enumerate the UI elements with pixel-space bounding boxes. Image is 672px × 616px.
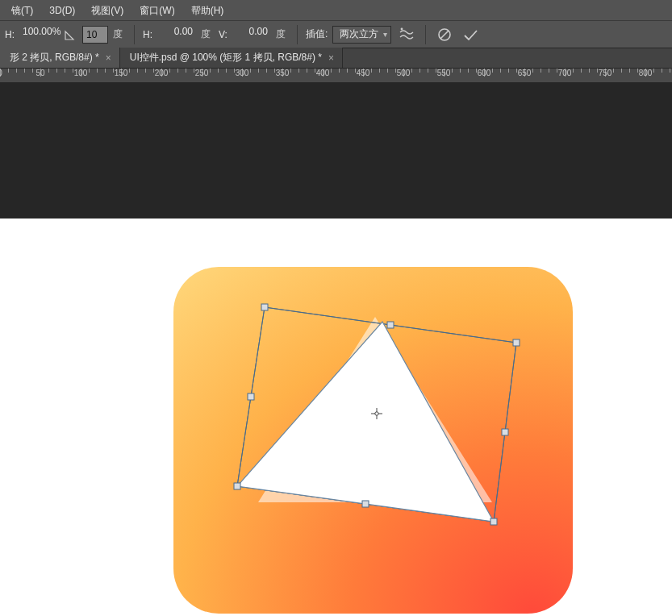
ruler-tick [653,69,654,73]
ruler-tick [468,69,469,73]
ruler-tick-label: 500 [397,69,411,77]
skew-v-label: V: [219,29,227,40]
ruler-tick [56,69,57,73]
ruler-tick [428,69,428,73]
ruler-tick [379,69,380,73]
ruler-tick [662,69,662,73]
ruler-tick [258,69,259,73]
separator [425,25,426,44]
close-icon[interactable]: × [106,52,111,64]
ruler-tick [492,69,493,73]
ruler-tick [307,69,307,73]
skew-h-label: H: [143,29,152,40]
ruler-tick [670,69,670,73]
ruler-tick [210,69,211,73]
ruler-tick-label: 800 [639,69,653,77]
ruler-tick [105,69,106,73]
canvas-stage [0,83,672,616]
chevron-down-icon: ▾ [383,30,387,39]
ruler-tick [419,69,420,73]
interp-label: 插值: [306,27,328,41]
rotate-unit: 度 [113,27,126,41]
ruler-tick [371,69,372,73]
ruler-tick [290,69,291,73]
ruler-tick-label: 200 [155,69,169,77]
ruler-tick [331,69,332,73]
ruler-tick [541,69,541,73]
ruler-tick [573,69,574,73]
ruler-tick [266,69,267,73]
ruler-tick [137,69,138,73]
ruler-tick [65,69,65,73]
ruler-tick [387,69,388,73]
ruler-tick [145,69,146,73]
ruler-tick-label: 300 [236,69,249,77]
ruler-tick [226,69,227,73]
skew-v-value[interactable]: 0.00 [232,26,271,44]
ruler-tick-label: 100 [74,69,88,77]
rotate-icon [63,27,77,42]
ruler-tick [8,69,9,73]
ruler-tick [621,69,622,73]
ruler-tick [129,69,130,73]
h-scale-label: H: [5,29,15,40]
ruler-tick [452,69,453,73]
interp-dropdown[interactable]: 两次立方 ▾ [332,26,391,44]
menu-item-3d[interactable]: 3D(D) [41,0,83,21]
ruler-tick [218,69,219,73]
document-tab-label: 形 2 拷贝, RGB/8#) * [10,51,99,65]
svg-point-0 [401,27,403,30]
ruler-tick [460,69,461,73]
ruler-tick-label: 0 [0,69,2,77]
ruler-tick [89,69,90,73]
skew-v-unit: 度 [276,27,289,41]
document-tab[interactable]: UI控件.psd @ 100% (矩形 1 拷贝, RGB/8#) * × [120,48,343,68]
ruler-tick [186,69,186,73]
ruler-tick [48,69,49,73]
document-tab-strip: 形 2 拷贝, RGB/8#) * × UI控件.psd @ 100% (矩形 … [0,48,672,69]
ruler-tick-label: 250 [195,69,209,77]
ruler-tick [250,69,251,73]
ruler-tick-label: 400 [316,69,330,77]
options-bar: H: 100.00% 度 H: 0.00 度 V: 0.00 度 插值: 两次立… [0,21,672,48]
ruler-tick [16,69,17,73]
ruler-tick [508,69,509,73]
ruler-tick [177,69,178,73]
ruler-tick [532,69,533,73]
separator [134,25,135,44]
ruler-tick [500,69,501,73]
skew-h-value[interactable]: 0.00 [157,26,196,44]
ruler-tick-label: 600 [478,69,491,77]
ruler-tick [411,69,412,73]
document-tab[interactable]: 形 2 拷贝, RGB/8#) * × [0,48,120,68]
menubar: 镜(T) 3D(D) 视图(V) 窗口(W) 帮助(H) [0,0,672,21]
ruler-tick-label: 450 [357,69,370,77]
h-scale-value[interactable]: 100.00% [19,26,58,44]
ruler-tick-label: 150 [115,69,128,77]
ruler-tick [298,69,299,73]
ruler-tick [613,69,614,73]
document-tab-label: UI控件.psd @ 100% (矩形 1 拷贝, RGB/8#) * [130,51,322,65]
ruler-tick-label: 700 [558,69,572,77]
ruler-tick [339,69,340,73]
ruler-tick-label: 350 [276,69,290,77]
ruler-tick [589,69,590,73]
menu-item-window[interactable]: 窗口(W) [131,0,182,21]
horizontal-ruler[interactable]: 0501001502002503003504004505005506006507… [0,69,672,83]
warp-mode-icon[interactable] [396,24,417,45]
ruler-tick [97,69,98,73]
menu-item-filter[interactable]: 镜(T) [3,0,41,21]
ruler-tick [32,69,33,73]
menu-item-help[interactable]: 帮助(H) [183,0,232,21]
commit-transform-icon[interactable] [460,24,481,45]
ruler-tick [549,69,549,73]
menu-item-view[interactable]: 视图(V) [83,0,131,21]
close-icon[interactable]: × [328,52,334,64]
cancel-transform-icon[interactable] [434,24,455,45]
svg-line-2 [440,31,449,39]
interp-value: 两次立方 [340,27,378,41]
ruler-tick [629,69,630,73]
artwork-triangle-back [258,317,492,502]
rotate-angle-input[interactable] [82,26,108,44]
ruler-tick-label: 50 [35,69,44,77]
